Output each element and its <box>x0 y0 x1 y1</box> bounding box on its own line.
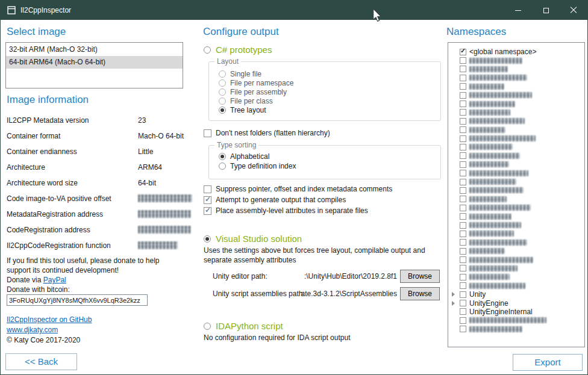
radio-tree-layout[interactable]: Tree layout <box>219 106 266 114</box>
namespace-checkbox[interactable] <box>460 265 466 271</box>
namespace-row[interactable] <box>452 186 584 194</box>
radio-file-per-namespace[interactable]: File per namespace <box>219 79 293 87</box>
namespace-checkbox[interactable] <box>460 118 466 125</box>
namespace-row[interactable] <box>452 73 584 82</box>
radio-alphabetical[interactable]: Alphabetical <box>219 152 269 161</box>
namespace-row[interactable] <box>452 203 584 212</box>
namespace-checkbox[interactable] <box>460 152 466 159</box>
namespace-checkbox[interactable] <box>460 205 466 211</box>
csharp-prototypes-radio[interactable]: C# prototypes <box>204 45 272 55</box>
namespace-checkbox[interactable] <box>460 248 466 255</box>
close-button[interactable] <box>560 1 587 20</box>
namespace-row[interactable] <box>452 212 584 220</box>
back-button[interactable]: << Back <box>5 353 77 370</box>
namespace-checkbox[interactable] <box>460 49 466 55</box>
namespace-checkbox[interactable] <box>460 135 466 142</box>
mouse-cursor-icon <box>372 8 382 23</box>
namespace-checkbox[interactable] <box>460 126 466 133</box>
namespace-checkbox[interactable] <box>460 256 466 263</box>
namespace-row[interactable] <box>452 221 584 229</box>
namespace-row[interactable]: <global namespace> <box>452 48 584 56</box>
namespace-checkbox[interactable] <box>460 101 466 107</box>
namespace-checkbox[interactable] <box>460 109 466 116</box>
namespace-checkbox[interactable] <box>460 231 466 237</box>
image-list-item[interactable]: 32-bit ARM (Mach-O 32-bit) <box>6 43 183 56</box>
radio-type-definition-index[interactable]: Type definition index <box>219 162 296 170</box>
browse-script-button[interactable]: Browse <box>400 287 440 300</box>
namespace-checkbox[interactable] <box>460 161 466 168</box>
suppress-checkbox-row[interactable]: Suppress pointer, offset and index metad… <box>204 185 392 193</box>
attributes-checkbox-row[interactable]: Place assembly-level attributes in separ… <box>204 206 368 215</box>
namespace-checkbox[interactable] <box>460 144 466 150</box>
title-bar[interactable]: Il2CppInspector <box>1 1 587 20</box>
namespace-checkbox[interactable] <box>460 308 466 315</box>
namespace-row[interactable] <box>452 316 584 324</box>
github-link[interactable]: Il2CppInspector on GitHub <box>7 315 92 324</box>
visual-studio-radio[interactable]: Visual Studio solution <box>204 234 302 244</box>
namespace-row[interactable] <box>452 264 584 273</box>
namespace-row[interactable] <box>452 169 584 177</box>
namespace-checkbox[interactable] <box>460 57 466 64</box>
namespace-checkbox[interactable] <box>460 282 466 289</box>
namespace-row[interactable] <box>452 65 584 73</box>
namespace-row[interactable]: UnityEngineInternal <box>452 308 584 316</box>
namespace-row[interactable] <box>452 160 584 169</box>
radio-file-per-class[interactable]: File per class <box>219 97 273 105</box>
namespace-checkbox[interactable] <box>460 222 466 229</box>
namespace-row[interactable] <box>452 178 584 186</box>
namespace-row[interactable] <box>452 273 584 281</box>
namespace-checkbox[interactable] <box>460 170 466 176</box>
namespace-row[interactable]: Unity <box>452 290 584 299</box>
expander-icon[interactable] <box>452 292 460 297</box>
namespace-row[interactable] <box>452 195 584 203</box>
namespace-checkbox[interactable] <box>460 92 466 99</box>
maximize-button[interactable] <box>532 1 560 20</box>
namespace-row[interactable] <box>452 229 584 238</box>
idapython-radio[interactable]: IDAPython script <box>204 321 283 331</box>
namespace-row[interactable] <box>452 117 584 125</box>
flatten-checkbox-row[interactable]: Don't nest folders (flatten hierarchy) <box>204 129 330 137</box>
namespace-row[interactable] <box>452 247 584 255</box>
namespace-checkbox[interactable] <box>460 239 466 246</box>
image-list-item-selected[interactable]: 64-bit ARM64 (Mach-O 64-bit) <box>6 56 183 69</box>
namespace-checkbox[interactable] <box>460 75 466 81</box>
namespace-row[interactable] <box>452 143 584 151</box>
namespace-checkbox[interactable] <box>460 179 466 185</box>
browse-editor-button[interactable]: Browse <box>400 270 440 283</box>
namespace-checkbox[interactable] <box>460 291 466 298</box>
namespace-row[interactable] <box>452 82 584 91</box>
namespace-row[interactable] <box>452 152 584 160</box>
info-row: Container endiannessLittle <box>7 144 184 160</box>
namespace-checkbox[interactable] <box>460 83 466 90</box>
namespace-row[interactable] <box>452 238 584 247</box>
namespace-row[interactable] <box>452 99 584 108</box>
compile-checkbox-row[interactable]: Attempt to generate output that compiles <box>204 196 346 204</box>
namespace-row[interactable] <box>452 134 584 143</box>
compile-label: Attempt to generate output that compiles <box>216 196 346 204</box>
namespace-row[interactable]: UnityEngine <box>452 299 584 307</box>
namespace-row[interactable] <box>452 255 584 264</box>
namespace-checkbox[interactable] <box>460 317 466 324</box>
bitcoin-address-input[interactable] <box>7 294 148 306</box>
website-link[interactable]: www.djkaty.com <box>7 326 58 334</box>
expander-icon[interactable] <box>452 301 460 306</box>
namespace-checkbox[interactable] <box>460 213 466 220</box>
namespace-checkbox[interactable] <box>460 300 466 306</box>
namespace-checkbox[interactable] <box>460 274 466 280</box>
radio-file-per-assembly[interactable]: File per assembly <box>219 88 287 96</box>
namespace-row[interactable] <box>452 282 584 290</box>
namespace-row[interactable] <box>452 126 584 134</box>
info-label: MetadataRegistration address <box>7 210 103 218</box>
namespace-checkbox[interactable] <box>460 326 466 332</box>
radio-single-file[interactable]: Single file <box>219 70 261 78</box>
namespace-row[interactable] <box>452 325 584 333</box>
namespace-checkbox[interactable] <box>460 66 466 72</box>
export-button[interactable]: Export <box>513 354 583 371</box>
namespace-row[interactable] <box>452 91 584 99</box>
paypal-link[interactable]: PayPal <box>43 276 66 284</box>
namespace-row[interactable] <box>452 56 584 64</box>
minimize-button[interactable] <box>504 1 532 20</box>
namespace-row[interactable] <box>452 108 584 117</box>
namespace-checkbox[interactable] <box>460 196 466 202</box>
namespace-checkbox[interactable] <box>460 187 466 194</box>
